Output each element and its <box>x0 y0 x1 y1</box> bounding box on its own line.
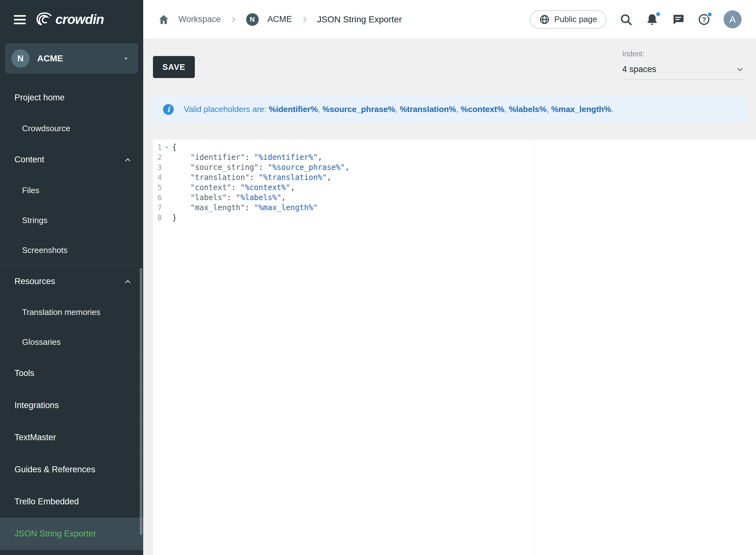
code-editor[interactable]: 1{2 "identifier": "%identifier%",3 "sour… <box>153 140 756 555</box>
sidebar-item-tools[interactable]: Tools <box>0 357 143 389</box>
svg-text:?: ? <box>702 15 706 23</box>
sidebar-item-guides-references[interactable]: Guides & References <box>0 454 143 485</box>
banner-text: Valid placeholders are: %identifier%, %s… <box>184 104 614 114</box>
line-number: 5 <box>153 182 162 193</box>
help-button[interactable]: ? <box>698 13 710 26</box>
breadcrumb-org[interactable]: ACME <box>267 14 292 24</box>
fold-arrow-icon[interactable] <box>162 142 172 152</box>
sidebar-item-strings[interactable]: Strings <box>0 206 143 236</box>
chevron-down-icon <box>122 54 130 62</box>
sidebar-scrollbar[interactable] <box>140 268 142 535</box>
placeholder-token: %context% <box>461 104 505 114</box>
line-number: 8 <box>153 213 162 223</box>
sidebar-item-label: Project home <box>14 93 65 102</box>
editor-lines: 1{2 "identifier": "%identifier%",3 "sour… <box>153 140 756 223</box>
code-line[interactable]: 1{ <box>153 142 756 152</box>
line-number: 3 <box>153 162 162 172</box>
sidebar-item-resources[interactable]: Resources <box>0 265 143 297</box>
code-line[interactable]: 4 "translation": "%translation%", <box>153 172 756 182</box>
sidebar-item-label: Crowdsource <box>22 124 70 133</box>
workspace-selector[interactable]: N ACME <box>5 43 138 74</box>
sidebar-item-label: Integrations <box>14 400 59 410</box>
line-number: 4 <box>153 172 162 182</box>
workspace-name: ACME <box>37 53 63 63</box>
sidebar-item-label: Glossaries <box>22 337 61 347</box>
fold-gutter <box>162 162 172 172</box>
chevron-down-icon <box>736 65 744 74</box>
sidebar-nav: Project homeCrowdsourceContentFilesStrin… <box>0 82 143 555</box>
top-actions: Public page <box>530 10 742 29</box>
sidebar-item-project-home[interactable]: Project home <box>0 82 143 114</box>
code-line[interactable]: 7 "max_length": "%max_length%" <box>153 203 756 213</box>
fold-gutter <box>162 203 172 213</box>
sidebar-item-screenshots[interactable]: Screenshots <box>0 236 143 265</box>
sidebar-item-label: Resources <box>14 276 55 286</box>
placeholder-token: %max_length% <box>551 104 611 114</box>
sidebar-item-textmaster[interactable]: TextMaster <box>0 422 143 454</box>
code-text: "source_string": "%source_phrase%", <box>172 162 350 172</box>
search-icon <box>620 13 632 26</box>
sidebar-item-crowdsource[interactable]: Crowdsource <box>0 114 143 143</box>
menu-icon[interactable] <box>14 13 26 27</box>
sidebar-item-trello-embedded[interactable]: Trello Embedded <box>0 486 143 518</box>
sidebar-item-label: Content <box>14 155 44 165</box>
code-text: } <box>172 213 176 223</box>
code-line[interactable]: 6 "labels": "%labels%", <box>153 193 756 203</box>
code-text: { <box>172 142 176 152</box>
top-bar: Workspace N ACME JSON String Exporter <box>143 0 756 39</box>
breadcrumb-org-badge: N <box>246 13 259 26</box>
code-line[interactable]: 8} <box>153 213 756 223</box>
user-avatar[interactable]: A <box>724 10 742 28</box>
placeholder-token: %translation% <box>400 104 456 114</box>
sidebar-item-json-string-exporter[interactable]: JSON String Exporter <box>0 518 143 550</box>
sidebar-item-project-settings[interactable]: Project settings <box>0 550 143 555</box>
code-text: "max_length": "%max_length%" <box>172 203 318 213</box>
crowdin-logo[interactable]: crowdin <box>35 12 104 27</box>
line-number: 2 <box>153 152 162 162</box>
indent-select[interactable]: 4 spaces <box>622 65 744 80</box>
sidebar-item-label: Tools <box>14 369 34 378</box>
sidebar-item-files[interactable]: Files <box>0 176 143 206</box>
fold-gutter <box>162 213 172 223</box>
code-line[interactable]: 2 "identifier": "%identifier%", <box>153 152 756 162</box>
fold-gutter <box>162 193 172 203</box>
workspace-badge: N <box>11 49 30 68</box>
banner-placeholders: %identifier%, %source_phrase%, %translat… <box>269 104 614 114</box>
placeholder-token: %identifier% <box>269 104 318 114</box>
breadcrumb-workspace[interactable]: Workspace <box>178 14 221 24</box>
chevron-up-icon <box>124 156 132 164</box>
indent-value: 4 spaces <box>622 65 656 74</box>
placeholders-banner: i Valid placeholders are: %identifier%, … <box>153 96 747 122</box>
sidebar-item-label: Strings <box>22 216 47 225</box>
sidebar-item-label: Files <box>22 186 39 196</box>
public-page-button[interactable]: Public page <box>530 10 606 29</box>
sidebar-item-integrations[interactable]: Integrations <box>0 389 143 421</box>
app-root: crowdin N ACME Project homeCrowdsourceCo… <box>0 0 756 555</box>
notifications-button[interactable] <box>645 13 659 26</box>
sidebar-item-glossaries[interactable]: Glossaries <box>0 327 143 357</box>
fold-gutter <box>162 172 172 182</box>
home-icon[interactable] <box>158 13 170 26</box>
code-line[interactable]: 3 "source_string": "%source_phrase%", <box>153 162 756 172</box>
sidebar-item-label: Guides & References <box>14 465 95 474</box>
sidebar: crowdin N ACME Project homeCrowdsourceCo… <box>0 0 143 555</box>
code-text: "context": "%context%", <box>172 182 295 193</box>
sidebar-item-translation-memories[interactable]: Translation memories <box>0 297 143 327</box>
notification-dot <box>655 11 661 17</box>
sidebar-item-label: TextMaster <box>14 433 56 442</box>
save-button[interactable]: SAVE <box>153 56 195 78</box>
code-line[interactable]: 5 "context": "%context%", <box>153 182 756 193</box>
line-number: 7 <box>153 203 162 213</box>
messages-button[interactable] <box>672 13 684 26</box>
code-text: "labels": "%labels%", <box>172 193 286 203</box>
line-number: 6 <box>153 193 162 203</box>
globe-icon <box>539 14 550 25</box>
indent-label: Indent: <box>622 50 744 58</box>
chevron-up-icon <box>124 278 132 286</box>
indent-control: Indent: 4 spaces <box>622 50 744 80</box>
search-button[interactable] <box>620 13 632 26</box>
chevron-right-icon <box>230 16 237 23</box>
fold-gutter <box>162 152 172 162</box>
sidebar-item-content[interactable]: Content <box>0 144 143 176</box>
line-number: 1 <box>153 142 162 152</box>
